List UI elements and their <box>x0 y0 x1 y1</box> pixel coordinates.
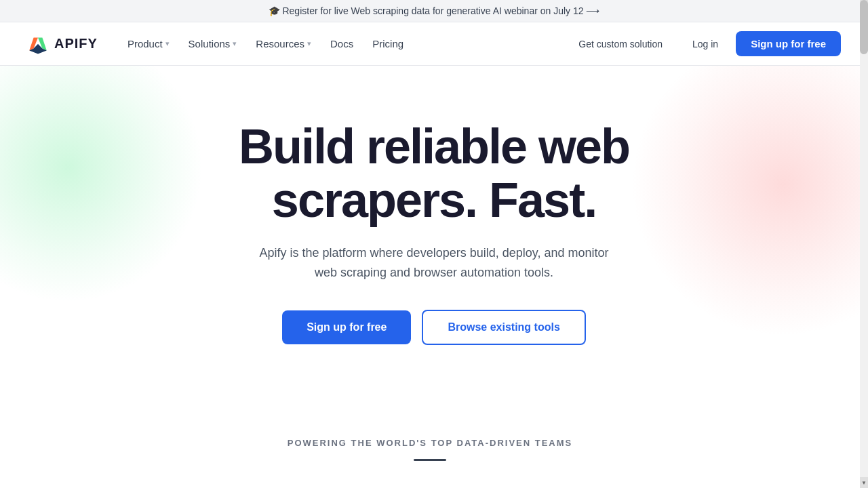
divider-line <box>414 459 446 461</box>
scrollbar-thumb[interactable] <box>860 0 868 54</box>
nav-item-docs[interactable]: Docs <box>322 33 361 55</box>
hero-title: Build reliable web scrapers. Fast. <box>197 120 671 227</box>
nav-links: Product ▾ Solutions ▾ Resources ▾ Docs P… <box>119 33 412 55</box>
custom-solution-button[interactable]: Get custom solution <box>566 32 675 56</box>
hero-title-line1: Build reliable web <box>239 119 629 174</box>
nav-item-product[interactable]: Product ▾ <box>119 33 178 55</box>
apify-logo-icon <box>27 33 49 55</box>
solutions-chevron-icon: ▾ <box>233 39 237 48</box>
product-chevron-icon: ▾ <box>165 39 170 48</box>
hero-section: Build reliable web scrapers. Fast. Apify… <box>0 66 868 386</box>
nav-item-pricing[interactable]: Pricing <box>364 33 412 55</box>
logo-text: APIFY <box>54 36 98 52</box>
signup-nav-button[interactable]: Sign up for free <box>736 31 841 56</box>
announcement-bar: 🎓 Register for live Web scraping data fo… <box>0 0 868 22</box>
resources-chevron-icon: ▾ <box>307 39 311 48</box>
nav-item-pricing-label: Pricing <box>372 38 403 49</box>
login-button[interactable]: Log in <box>680 32 730 56</box>
scrollbar-arrow-down[interactable]: ▼ <box>860 477 868 488</box>
nav-item-resources[interactable]: Resources ▾ <box>248 33 319 55</box>
logo-link[interactable]: APIFY <box>27 33 98 55</box>
browse-tools-button[interactable]: Browse existing tools <box>422 310 585 345</box>
hero-content: Build reliable web scrapers. Fast. Apify… <box>27 120 841 345</box>
hero-buttons: Sign up for free Browse existing tools <box>27 310 841 345</box>
announcement-arrow: ⟶ <box>586 5 599 16</box>
navbar-left: APIFY Product ▾ Solutions ▾ Resources ▾ … <box>27 33 412 55</box>
navbar: APIFY Product ▾ Solutions ▾ Resources ▾ … <box>0 22 868 66</box>
announcement-text: 🎓 Register for live Web scraping data fo… <box>269 5 584 16</box>
hero-title-line2: scrapers. Fast. <box>272 173 596 227</box>
nav-item-solutions[interactable]: Solutions ▾ <box>180 33 245 55</box>
powering-text: POWERING THE WORLD'S TOP DATA-DRIVEN TEA… <box>27 438 833 448</box>
hero-subtitle: Apify is the platform where developers b… <box>251 243 617 283</box>
nav-item-docs-label: Docs <box>330 38 353 49</box>
nav-item-product-label: Product <box>127 38 163 49</box>
signup-hero-button[interactable]: Sign up for free <box>282 310 411 344</box>
nav-item-solutions-label: Solutions <box>189 38 231 49</box>
bottom-section: POWERING THE WORLD'S TOP DATA-DRIVEN TEA… <box>0 411 860 488</box>
nav-item-resources-label: Resources <box>256 38 304 49</box>
scrollbar[interactable]: ▲ ▼ <box>860 0 868 488</box>
navbar-right: Get custom solution Log in Sign up for f… <box>566 31 841 56</box>
